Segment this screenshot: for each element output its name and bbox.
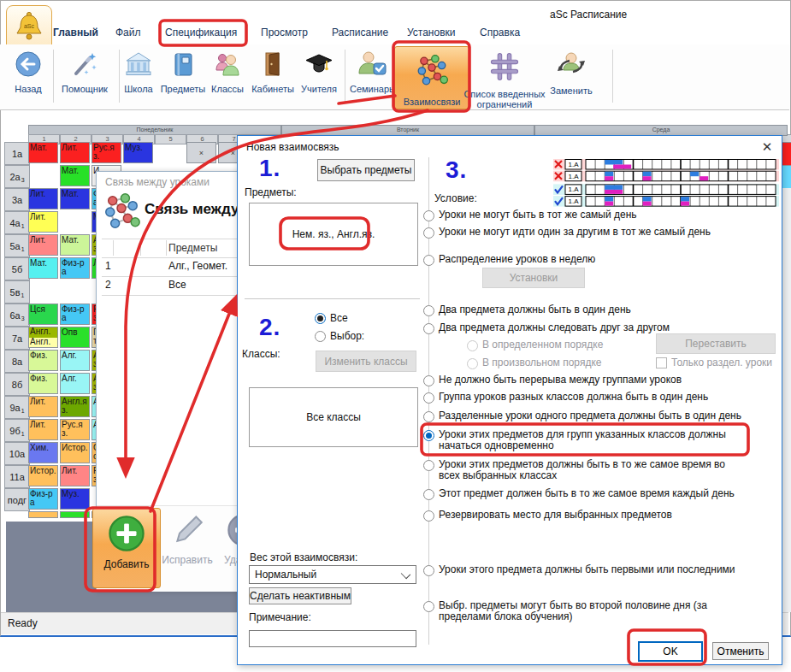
- condition-option-radio-2[interactable]: [423, 227, 434, 239]
- lesson-cell[interactable]: Муз.: [60, 488, 90, 510]
- weight-dropdown[interactable]: Нормальный: [249, 565, 416, 584]
- lesson-cell[interactable]: Хим.: [28, 442, 58, 463]
- condition-option-radio-6[interactable]: [423, 375, 434, 386]
- links-table-header: Предметы: [168, 242, 217, 254]
- lesson-links-window-title: Связь между уроками: [105, 176, 210, 188]
- lesson-cell[interactable]: Лит.: [28, 211, 58, 233]
- condition-option-label-6: Не должно быть перерыва между группами у…: [439, 374, 748, 386]
- lesson-cell[interactable]: Физ-ра: [60, 304, 90, 325]
- deactivate-label: Сделать неактивным: [250, 590, 351, 602]
- condition-option-radio-1[interactable]: [423, 210, 434, 221]
- class-row-label[interactable]: 5б: [4, 257, 30, 280]
- lesson-cell[interactable]: Лит.: [60, 142, 90, 163]
- swap-button[interactable]: Переставить: [656, 333, 776, 354]
- lesson-cell[interactable]: Истор.: [60, 442, 90, 463]
- links-row-number: 2: [105, 279, 111, 291]
- condition-option-label-14: Выбр. предметы могут быть во второй поло…: [439, 600, 748, 622]
- lesson-cell[interactable]: Лит.: [28, 419, 58, 440]
- ok-label: OK: [663, 645, 677, 657]
- condition-label: Условие:: [434, 192, 477, 204]
- lesson-cell[interactable]: Истор.: [28, 465, 58, 486]
- lesson-cell[interactable]: Англ.Англ.: [28, 327, 58, 348]
- svg-text:1.A: 1.A: [568, 197, 579, 205]
- lesson-cell[interactable]: Лит.: [28, 396, 58, 417]
- lesson-cell[interactable]: Физ.: [28, 373, 58, 394]
- lesson-cell[interactable]: Англ.яз.: [60, 396, 90, 417]
- change-classes-button[interactable]: Изменить классы: [316, 351, 416, 372]
- lesson-cell[interactable]: Рус.яз.: [91, 142, 121, 163]
- class-row-label[interactable]: 3а: [4, 188, 30, 211]
- condition-option-label-10: Уроки этих предметов должны быть в то же…: [439, 459, 748, 481]
- lesson-cell[interactable]: Рус.яз.: [60, 419, 90, 440]
- lesson-cell[interactable]: Лит.: [60, 465, 90, 486]
- class-row-label[interactable]: 11а: [4, 465, 30, 488]
- note-input[interactable]: [249, 630, 416, 647]
- lesson-cell[interactable]: [28, 511, 58, 518]
- condition-option-radio-7[interactable]: [423, 392, 434, 404]
- subjects-label: Предметы:: [245, 186, 297, 198]
- lesson-cell[interactable]: Физ-ра: [60, 257, 90, 279]
- links-row-subjects[interactable]: Алг., Геомет.: [168, 260, 227, 272]
- lesson-cell[interactable]: Мат.: [28, 257, 58, 279]
- condition-option-radio-12[interactable]: [423, 510, 434, 522]
- lesson-cell[interactable]: Лит.: [28, 188, 58, 209]
- class-row-label[interactable]: 2а3: [4, 165, 30, 188]
- lesson-cell[interactable]: Мат.: [60, 165, 90, 186]
- deactivate-button[interactable]: Сделать неактивным: [249, 587, 351, 604]
- class-row-label[interactable]: подг: [4, 488, 30, 511]
- condition-option-radio-4[interactable]: [423, 305, 434, 316]
- class-row-label[interactable]: 8а: [4, 350, 30, 373]
- close-icon[interactable]: ✕: [756, 138, 778, 156]
- ok-button[interactable]: OK: [638, 641, 703, 662]
- sub-option-radio-2[interactable]: [467, 358, 478, 369]
- classes-select-radio[interactable]: [315, 331, 326, 342]
- condition-option-label-9: Уроки этих предметов для групп указанных…: [439, 429, 748, 451]
- settings-button[interactable]: Установки: [482, 268, 585, 288]
- add-link-button[interactable]: Добавить: [92, 508, 161, 588]
- class-row-label[interactable]: 5а1: [4, 234, 30, 257]
- lesson-cell[interactable]: Алг.: [60, 373, 90, 394]
- settings-label: Установки: [510, 272, 558, 284]
- condition-option-label-2: Уроки не могут идти один за другим в тот…: [439, 227, 748, 238]
- lesson-cell[interactable]: [60, 511, 90, 518]
- period-header: 5: [155, 134, 186, 144]
- class-row-label[interactable]: 9б1: [4, 419, 30, 442]
- condition-option-radio-5[interactable]: [423, 323, 434, 334]
- condition-option-radio-10[interactable]: [423, 460, 434, 471]
- class-row-label[interactable]: 5в1: [4, 280, 30, 304]
- lesson-cell[interactable]: Лит.: [28, 234, 58, 256]
- lesson-cell[interactable]: Цся: [28, 304, 58, 325]
- select-subjects-button[interactable]: Выбрать предметы: [317, 159, 415, 181]
- condition-option-radio-8[interactable]: [423, 411, 434, 422]
- condition-option-radio-13[interactable]: [423, 565, 434, 576]
- lesson-cell[interactable]: Муз.: [123, 142, 153, 163]
- links-row-subjects[interactable]: Все: [168, 279, 186, 291]
- lesson-cell[interactable]: Физ.: [28, 350, 58, 371]
- lesson-cell[interactable]: Мат.: [60, 188, 90, 209]
- class-row-label[interactable]: 1а: [4, 142, 30, 165]
- weight-label: Вес этой взаимосвязи:: [250, 551, 357, 563]
- lesson-cell[interactable]: Мат.: [28, 142, 58, 163]
- change-classes-label: Изменить классы: [324, 356, 407, 368]
- classes-all-radio[interactable]: [315, 313, 326, 324]
- class-row-label[interactable]: 7а: [4, 327, 30, 350]
- class-row-label[interactable]: 4а1: [4, 211, 30, 234]
- class-row-label[interactable]: 6а3: [4, 304, 30, 327]
- lesson-cell[interactable]: Мат.: [60, 234, 90, 256]
- condition-option-radio-3[interactable]: [423, 255, 434, 266]
- sub-option-radio-1[interactable]: [467, 340, 478, 351]
- class-row-label[interactable]: 10а: [4, 442, 30, 465]
- class-row-label[interactable]: 8б: [4, 373, 30, 396]
- lesson-cell[interactable]: Опв: [60, 327, 90, 348]
- lesson-cell[interactable]: Алг.: [60, 350, 90, 371]
- condition-option-radio-9[interactable]: [423, 430, 434, 441]
- condition-option-label-12: Резервировать место для выбранных предме…: [439, 510, 748, 521]
- condition-option-radio-11[interactable]: [423, 489, 434, 500]
- class-row-label[interactable]: 9а1: [4, 396, 30, 419]
- edit-link-button[interactable]: Исправить: [158, 511, 216, 566]
- lesson-cell[interactable]: ×: [186, 142, 216, 163]
- split-lessons-checkbox[interactable]: [656, 357, 667, 368]
- cancel-button[interactable]: Отменить: [712, 642, 769, 660]
- lesson-cell[interactable]: Физ-ра: [28, 488, 58, 510]
- condition-option-radio-14[interactable]: [423, 601, 434, 612]
